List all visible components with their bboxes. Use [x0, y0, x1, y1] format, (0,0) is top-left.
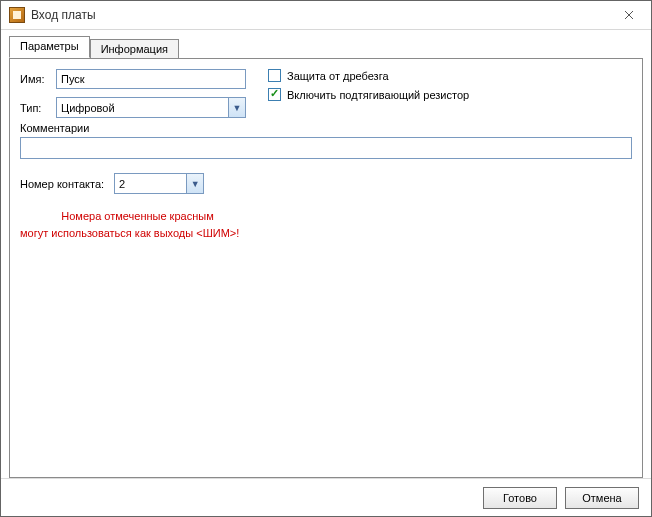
cancel-button[interactable]: Отмена [565, 487, 639, 509]
checkbox-checked-icon [268, 88, 281, 101]
type-label: Тип: [20, 102, 56, 114]
comments-label: Комментарии [20, 122, 632, 134]
debounce-checkbox[interactable]: Защита от дребезга [268, 69, 469, 82]
warning-line1: Номера отмеченные красным [20, 208, 255, 225]
warning-line2: могут использоваться как выходы <ШИМ>! [20, 225, 255, 242]
type-select[interactable]: Цифровой ▼ [56, 97, 246, 118]
tab-information[interactable]: Информация [90, 39, 179, 59]
name-label: Имя: [20, 73, 56, 85]
pullup-label: Включить подтягивающий резистор [287, 89, 469, 101]
dialog-window: Вход платы Параметры Информация Имя: [0, 0, 652, 517]
ok-button[interactable]: Готово [483, 487, 557, 509]
titlebar: Вход платы [1, 1, 651, 30]
contact-select[interactable]: 2 ▼ [114, 173, 204, 194]
content-area: Параметры Информация Имя: Тип: Цифровой … [1, 30, 651, 478]
dialog-footer: Готово Отмена [1, 478, 651, 516]
name-input[interactable] [56, 69, 246, 89]
tab-parameters[interactable]: Параметры [9, 36, 90, 58]
app-icon [9, 7, 25, 23]
comments-input[interactable] [20, 137, 632, 159]
chevron-down-icon: ▼ [186, 174, 203, 193]
contact-label: Номер контакта: [20, 178, 104, 190]
pwm-warning: Номера отмеченные красным могут использо… [20, 208, 255, 241]
window-title: Вход платы [31, 8, 96, 22]
tabstrip: Параметры Информация [9, 36, 643, 58]
checkbox-icon [268, 69, 281, 82]
debounce-label: Защита от дребезга [287, 70, 389, 82]
close-icon [624, 10, 634, 20]
contact-select-value: 2 [119, 178, 125, 190]
chevron-down-icon: ▼ [228, 98, 245, 117]
tab-page-parameters: Имя: Тип: Цифровой ▼ Защита от дре [9, 58, 643, 478]
type-select-value: Цифровой [61, 102, 115, 114]
pullup-checkbox[interactable]: Включить подтягивающий резистор [268, 88, 469, 101]
close-button[interactable] [615, 5, 643, 25]
